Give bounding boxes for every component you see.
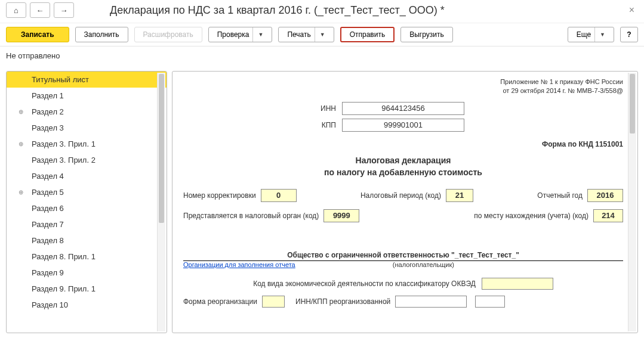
content-area: Титульный листРаздел 1Раздел 2Раздел 3Ра… [0,71,644,333]
doc-title-l2: по налогу на добавленную стоимость [183,166,623,178]
back-button[interactable]: ← [30,2,50,18]
arrow-right-icon: → [60,6,68,15]
sidebar-item[interactable]: Раздел 8. Прил. 1 [7,249,167,265]
kpp-label: КПП [223,121,342,129]
more-button[interactable]: Еще▼ [568,27,614,42]
sidebar-item[interactable]: Раздел 10 [7,297,167,313]
year-field[interactable]: 2016 [587,189,623,202]
place-label: по месту нахождения (учета) (код) [474,212,588,220]
help-button[interactable]: ? [620,27,638,42]
sidebar-item[interactable]: Раздел 5 [7,184,167,200]
reorg-inn-label: ИНН/КПП реорганизованной [295,297,390,306]
chevron-down-icon: ▼ [594,27,605,42]
reorg-label: Форма реорганизации [183,297,257,306]
more-label: Еще [577,30,591,39]
org-sublabel: (налогоплательщик) [313,261,534,268]
arrow-left-icon: ← [36,6,44,15]
home-icon: ⌂ [14,6,19,15]
form-panel: Приложение № 1 к приказу ФНС России от 2… [172,71,638,333]
print-label: Печать [287,30,310,39]
place-field[interactable]: 214 [593,209,623,222]
toolbar: Записать Заполнить Расшифровать Проверка… [0,23,644,46]
sidebar-item[interactable]: Раздел 3. Прил. 1 [7,136,167,152]
send-button[interactable]: Отправить [340,27,395,42]
reorg-kpp-field[interactable] [475,296,505,308]
print-button[interactable]: Печать▼ [278,27,334,42]
year-label: Отчетный год [537,191,583,200]
sidebar-item[interactable]: Раздел 3. Прил. 2 [7,152,167,168]
status-text: Не отправлено [0,46,644,71]
inn-label: ИНН [223,104,342,113]
sidebar-item[interactable]: Раздел 7 [7,216,167,232]
fill-button[interactable]: Заполнить [75,27,128,42]
organ-label: Представляется в налоговый орган (код) [183,212,319,220]
check-button[interactable]: Проверка▼ [208,27,273,42]
annex-line1: Приложение № 1 к приказу ФНС России [183,77,623,86]
chevron-down-icon: ▼ [315,27,325,42]
sidebar-item[interactable]: Раздел 4 [7,168,167,184]
annex-text: Приложение № 1 к приказу ФНС России от 2… [183,77,623,96]
write-button[interactable]: Записать [6,27,69,42]
export-button[interactable]: Выгрузить [400,27,453,42]
titlebar: ⌂ ← → Декларация по НДС за 1 квартал 201… [0,0,644,23]
home-button[interactable]: ⌂ [6,2,26,18]
okved-field[interactable] [482,278,553,290]
sidebar-item[interactable]: Раздел 9 [7,265,167,281]
check-label: Проверка [217,30,249,39]
period-field[interactable]: 21 [446,189,473,202]
main-scrollbar[interactable] [628,73,636,331]
organ-field[interactable]: 9999 [323,209,359,222]
reorg-inn-field[interactable] [395,296,467,308]
inn-field[interactable]: 9644123456 [342,102,464,115]
sidebar-item[interactable]: Раздел 2 [7,104,167,120]
sidebar: Титульный листРаздел 1Раздел 2Раздел 3Ра… [6,71,167,333]
knd-text: Форма по КНД 1151001 [183,140,623,148]
sidebar-item[interactable]: Раздел 3 [7,120,167,136]
period-label: Налоговый период (код) [360,191,441,200]
sidebar-item[interactable]: Раздел 6 [7,200,167,216]
annex-line2: от 29 октября 2014 г. № ММВ-7-3/558@ [183,86,623,95]
sidebar-item[interactable]: Раздел 9. Прил. 1 [7,281,167,297]
sidebar-scrollbar[interactable] [157,73,165,331]
chevron-down-icon: ▼ [252,27,263,42]
window-title: Декларация по НДС за 1 квартал 2016 г. (… [110,4,445,17]
kpp-field[interactable]: 999901001 [342,119,464,132]
corr-field[interactable]: 0 [261,189,297,202]
org-name-field[interactable]: Общество с ограниченной ответственностью… [183,247,623,261]
nav-buttons: ⌂ ← → [6,2,74,18]
sidebar-item[interactable]: Раздел 8 [7,232,167,249]
doc-title-l1: Налоговая декларация [183,154,623,166]
corr-label: Номер корректировки [183,191,256,200]
forward-button[interactable]: → [54,2,74,18]
decrypt-button: Расшифровать [134,27,202,42]
sidebar-item[interactable]: Титульный лист [7,72,167,88]
org-fill-link[interactable]: Организации для заполнения отчета [183,261,295,268]
close-button[interactable]: × [625,5,638,15]
sidebar-item[interactable]: Раздел 1 [7,88,167,104]
reorg-form-field[interactable] [262,296,285,308]
document-title: Налоговая декларация по налогу на добавл… [183,154,623,179]
okved-label: Код вида экономической деятельности по к… [253,280,476,288]
